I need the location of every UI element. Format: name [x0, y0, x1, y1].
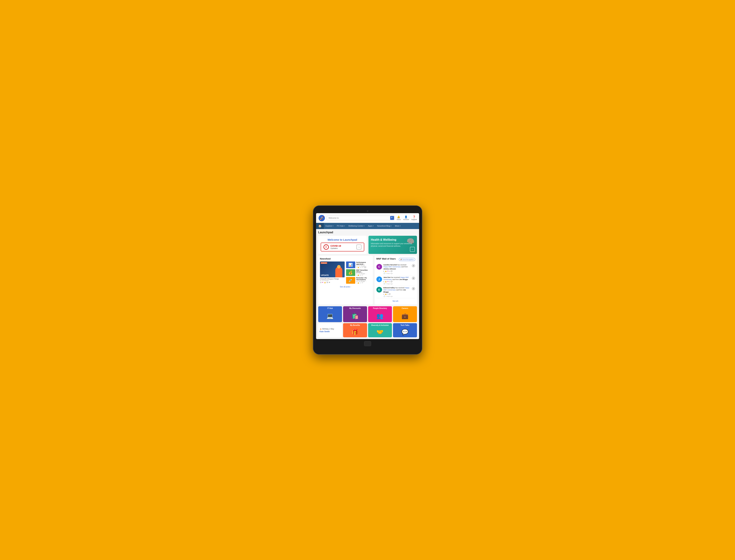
- featured-post[interactable]: Featured UPDATE #IStandForRespect Pledge…: [320, 261, 345, 284]
- hero-wellbeing-panel[interactable]: 🧠 Health & Wellbeing Information and res…: [369, 236, 417, 254]
- chevron-down-icon: ▾: [333, 225, 333, 227]
- tile-it-hub-label: IT Hub: [327, 306, 333, 310]
- account-icon: 👤: [405, 215, 408, 218]
- nav-wellbeing-label: Wellbeing Centre: [348, 225, 363, 227]
- clock-icon: 🕐: [384, 283, 385, 285]
- brand-name: Launchpad: [343, 238, 357, 241]
- tile-my-benefits[interactable]: My Benefits 🎁: [343, 323, 367, 337]
- featured-badge: Featured: [321, 262, 327, 264]
- featured-reactions: 19 ❤ 👍 84 👁: [320, 282, 345, 283]
- nav-newsfeed[interactable]: Newsfeed Blog ▾: [376, 223, 393, 228]
- support-button[interactable]: ❓ Support: [411, 215, 417, 220]
- careers-icon: 💼: [393, 310, 417, 322]
- recognition-text: Jane Doe has received Happy MNF Annivers…: [384, 276, 410, 281]
- benefits-icon: 🎁: [343, 327, 367, 337]
- post-title: Performance appraisal...: [356, 261, 371, 265]
- card-name: Happy MNF Anniversary: [384, 266, 401, 268]
- sender-name: Jemma Johnson: [384, 268, 396, 270]
- tile-my-discounts[interactable]: My Discounts 🛍️: [343, 306, 367, 322]
- post-author: by Joe Bloggs ...: [356, 281, 371, 282]
- sender-avatar: J: [412, 287, 415, 290]
- sender-prefix: card from: [392, 279, 400, 280]
- birthday-person-name: Kate Smith: [319, 330, 341, 333]
- post-content: MNF Securities (Share... by Joe Bloggs .…: [356, 269, 371, 276]
- featured-post-title: #IStandForRespect Pledge: [320, 278, 345, 280]
- post-meta: 5 👍 45 👁: [356, 274, 371, 276]
- alerts-label: Alerts: [397, 219, 401, 220]
- clock-icon: 🕐: [384, 296, 385, 297]
- post-thumbnail: 💉: [346, 277, 355, 284]
- wall-of-stars-panel: MNF Wall of Stars 📢 Send Recognition C C…: [375, 256, 417, 305]
- comments-count: 1: [388, 293, 388, 295]
- chevron-down-icon: ▾: [344, 225, 345, 227]
- newsfeed-panel: Newsfeed Featured UPDATE: [318, 256, 373, 305]
- recognition-item: J Jane Doe has received Happy MNF Annive…: [377, 275, 415, 286]
- post-title: Reminder: Flu Vaccinations: [356, 277, 371, 281]
- see-all-posts-link[interactable]: See all posts ›: [320, 285, 371, 288]
- header: 🚀 🔍 🔔 Alerts 👤 Account ❓: [316, 213, 419, 223]
- account-button[interactable]: 👤 Account: [403, 215, 409, 220]
- recognition-content: Edmond Halley has received Happy MNF Ann…: [384, 287, 410, 297]
- hero-welcome-title: Welcome to Launchpad: [327, 238, 357, 241]
- covid-arrow-icon: →: [356, 245, 361, 249]
- post-meta: 3 👍 13 👁 2 💬: [356, 267, 371, 268]
- recipient-name: Caroline Herschel: [384, 264, 397, 266]
- list-item[interactable]: 📊 Performance appraisal... by Joe Bloggs…: [346, 261, 371, 268]
- home-icon: 🏠: [318, 224, 322, 227]
- comments-count: 2: [389, 270, 390, 272]
- action-text: has received: [395, 287, 405, 289]
- tile-tech-talks[interactable]: Tech Talks 💬: [393, 323, 417, 337]
- sender-name: Joe Bloggs: [399, 279, 408, 280]
- nav-home-button[interactable]: 🏠: [316, 223, 324, 229]
- nav-explore[interactable]: Explore ▾: [324, 223, 335, 228]
- chevron-down-icon: ▾: [373, 225, 374, 227]
- post-author: by Joe Bloggs ...: [356, 273, 371, 274]
- post-thumbnail: 📊: [346, 261, 355, 268]
- tile-diversity[interactable]: Diversity & Inclusion 🤝: [368, 323, 392, 337]
- list-item[interactable]: 💰 MNF Securities (Share... by Joe Bloggs…: [346, 269, 371, 276]
- sender-avatar: J: [412, 264, 415, 267]
- tile-people-directory[interactable]: People Directory 👥: [368, 306, 392, 322]
- covid-banner[interactable]: i COVID-19 Updates →: [321, 243, 364, 251]
- heart-icon: ❤: [388, 281, 389, 282]
- nav-wellbeing[interactable]: Wellbeing Centre ▾: [346, 223, 366, 228]
- discounts-icon: 🛍️: [343, 310, 367, 322]
- alerts-button[interactable]: 🔔 Alerts: [397, 215, 401, 220]
- featured-person-figure: [334, 265, 343, 277]
- bell-icon: 🔔: [397, 215, 400, 218]
- send-recognition-button[interactable]: 📢 Send Recognition: [399, 258, 415, 261]
- search-button[interactable]: 🔍: [390, 216, 394, 220]
- app-tiles-row: IT Hub 💻 My Discounts 🛍️ People Director…: [318, 306, 417, 322]
- list-item[interactable]: 💉 Reminder: Flu Vaccinations by Joe Blog…: [346, 277, 371, 284]
- tablet-home-button[interactable]: [364, 341, 371, 346]
- nav-more[interactable]: More ▾: [393, 223, 402, 228]
- search-input[interactable]: [327, 216, 395, 220]
- hero-row: Welcome to Launchpad i COVID-19 Updates …: [318, 236, 417, 254]
- avatar: E: [377, 287, 382, 293]
- thumb-icon: 👍: [385, 281, 387, 282]
- recognition-item: C Caroline Herschel has received Happy M…: [377, 263, 415, 275]
- tablet-camera: [367, 210, 368, 212]
- tile-it-hub[interactable]: IT Hub 💻: [318, 306, 342, 322]
- tile-careers[interactable]: Careers 💼: [393, 306, 417, 322]
- nav-more-label: More: [395, 225, 399, 227]
- nav-apps-label: Apps: [368, 225, 373, 227]
- nav-px-hub[interactable]: PX Hub ▾: [335, 223, 346, 228]
- wellbeing-description: Information and resources to support you…: [371, 242, 415, 247]
- header-actions: 🔔 Alerts 👤 Account ❓ Support: [397, 215, 417, 220]
- tile-discounts-label: My Discounts: [348, 306, 361, 310]
- recipient-name: Jane Doe: [384, 276, 391, 278]
- navigation: 🏠 Explore ▾ PX Hub ▾ Wellbeing Centre ▾ …: [316, 223, 419, 229]
- nav-apps[interactable]: Apps ▾: [366, 223, 376, 228]
- tile-birthday[interactable]: 🎂 Birthday 2 May Kate Smith: [318, 323, 342, 337]
- recognition-text: Edmond Halley has received Happy MNF Ann…: [384, 287, 410, 293]
- post-content: Performance appraisal... by Joe Bloggs .…: [356, 261, 371, 268]
- comment-icon: 💬: [391, 270, 393, 272]
- birthday-icon: 🎂: [319, 328, 322, 330]
- wall-title: MNF Wall of Stars: [377, 257, 396, 260]
- see-all-wall-link[interactable]: See all ›: [377, 299, 415, 303]
- chevron-down-icon: ▾: [400, 225, 401, 227]
- app-logo[interactable]: 🚀: [318, 215, 325, 221]
- thumb-icon: 👍: [324, 282, 326, 283]
- tablet-frame: 🚀 🔍 🔔 Alerts 👤 Account ❓: [313, 205, 422, 355]
